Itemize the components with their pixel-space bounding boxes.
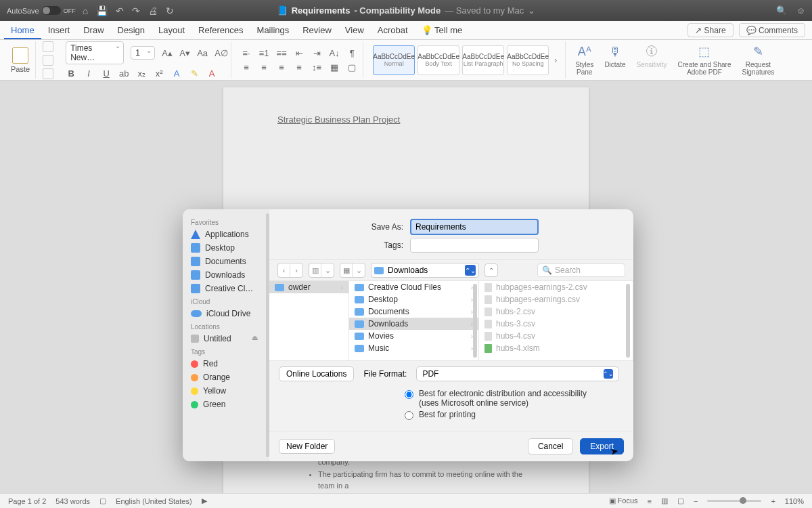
tab-tell-me[interactable]: 💡 Tell me	[415, 21, 470, 39]
file-item[interactable]: hubs-4.xlsm	[479, 342, 633, 354]
save-icon[interactable]: 💾	[96, 5, 108, 16]
spellcheck-icon[interactable]: ▢	[99, 496, 106, 505]
view-grid-icon[interactable]: ▦⌄	[340, 263, 365, 278]
align-center-icon[interactable]: ≡	[258, 62, 269, 72]
cut-icon[interactable]	[43, 41, 53, 52]
tab-draw[interactable]: Draw	[76, 21, 110, 39]
share-button[interactable]: ↗ Share	[687, 23, 733, 37]
tab-references[interactable]: References	[191, 21, 250, 39]
autosave-toggle[interactable]: AutoSave OFF	[7, 6, 76, 15]
multilevel-icon[interactable]: ≡≡	[276, 48, 287, 58]
folder-item[interactable]: Movies›	[349, 330, 478, 342]
align-left-icon[interactable]: ≡	[241, 62, 252, 72]
styles-more-icon[interactable]: ›	[551, 56, 560, 65]
finder-search[interactable]: 🔍 Search	[537, 263, 625, 277]
font-color-icon[interactable]: A	[206, 68, 217, 79]
text-effects-icon[interactable]: A	[171, 68, 182, 79]
folder-item[interactable]: Creative Cloud Files›	[349, 281, 478, 293]
sidebar-item-documents[interactable]: Documents	[183, 255, 269, 268]
styles-gallery[interactable]: AaBbCcDdEeNormalAaBbCcDdEeBody TextAaBbC…	[367, 41, 566, 79]
subscript-icon[interactable]: x₂	[136, 68, 147, 79]
focus-mode-button[interactable]: ▣ Focus	[609, 496, 638, 505]
redo-icon[interactable]: ↷	[132, 5, 140, 16]
bold-icon[interactable]: B	[66, 68, 76, 79]
page-status[interactable]: Page 1 of 2	[8, 497, 46, 505]
file-item[interactable]: hubs-3.csv	[479, 318, 633, 330]
export-button[interactable]: Export	[580, 438, 624, 454]
new-folder-button[interactable]: New Folder	[279, 439, 335, 454]
finder-columns[interactable]: owder› Creative Cloud Files›Desktop›Docu…	[269, 281, 633, 361]
tab-review[interactable]: Review	[296, 21, 338, 39]
sidebar-tag-green[interactable]: Green	[183, 398, 269, 411]
sync-icon[interactable]: ↻	[166, 5, 174, 16]
font-size-dropdown[interactable]: 1	[131, 46, 155, 60]
sidebar-item-untitled[interactable]: Untitled⏏	[183, 332, 269, 345]
tab-acrobat[interactable]: Acrobat	[371, 21, 415, 39]
clear-format-icon[interactable]: A∅	[215, 48, 225, 58]
change-case-icon[interactable]: Aa	[197, 48, 208, 58]
sidebar-tag-orange[interactable]: Orange	[183, 371, 269, 384]
justify-icon[interactable]: ≡	[294, 62, 304, 72]
align-right-icon[interactable]: ≡	[276, 62, 287, 72]
strike-icon[interactable]: ab	[118, 68, 129, 79]
shrink-font-icon[interactable]: A▾	[179, 48, 190, 58]
file-item[interactable]: hubpages-earnings-2.csv	[479, 281, 633, 293]
account-icon[interactable]: ☺	[796, 5, 805, 16]
view-print-icon[interactable]: ≡	[648, 497, 652, 505]
view-columns-icon[interactable]: ▥⌄	[309, 263, 334, 278]
folder-item[interactable]: Music›	[349, 342, 478, 354]
style-body-text[interactable]: AaBbCcDdEeBody Text	[418, 45, 459, 75]
file-format-dropdown[interactable]: PDF ⌃⌄	[416, 366, 619, 381]
search-icon[interactable]: 🔍	[776, 5, 787, 16]
italic-icon[interactable]: I	[83, 68, 94, 79]
sidebar-item-applications[interactable]: Applications	[183, 228, 269, 241]
pilcrow-icon[interactable]: ¶	[346, 48, 357, 58]
style-no-spacing[interactable]: AaBbCcDdEeNo Spacing	[507, 45, 549, 75]
location-dropdown[interactable]: Downloads ⌃⌄	[371, 263, 479, 278]
font-family-dropdown[interactable]: Times New…	[66, 41, 124, 64]
folder-item[interactable]: owder›	[269, 281, 348, 293]
format-painter-icon[interactable]	[43, 68, 53, 79]
tab-home[interactable]: Home	[4, 21, 41, 39]
line-spacing-icon[interactable]: ↕≡	[311, 62, 322, 72]
grow-font-icon[interactable]: A▴	[162, 48, 173, 58]
zoom-level[interactable]: 110%	[785, 497, 804, 505]
copy-icon[interactable]	[43, 55, 53, 66]
macro-icon[interactable]: ▶	[202, 496, 207, 505]
sort-icon[interactable]: A↓	[329, 48, 340, 58]
sidebar-tag-red[interactable]: Red	[183, 357, 269, 371]
tab-layout[interactable]: Layout	[152, 21, 191, 39]
nav-back-forward[interactable]: ‹›	[277, 263, 303, 278]
file-item[interactable]: hubpages-earnings.csv	[479, 293, 633, 305]
tab-insert[interactable]: Insert	[41, 21, 77, 39]
undo-icon[interactable]: ↶	[116, 5, 124, 16]
decrease-indent-icon[interactable]: ⇤	[294, 48, 304, 58]
collapse-button[interactable]: ⌃	[484, 263, 498, 277]
folder-item[interactable]: Downloads›	[349, 318, 478, 330]
file-item[interactable]: hubs-2.csv	[479, 305, 633, 318]
folder-item[interactable]: Desktop›	[349, 293, 478, 305]
comments-button[interactable]: 💬 Comments	[739, 23, 805, 37]
radio-electronic[interactable]: Best for electronic distribution and acc…	[405, 389, 624, 408]
sidebar-item-desktop[interactable]: Desktop	[183, 241, 269, 255]
zoom-slider[interactable]	[707, 500, 761, 502]
numbering-icon[interactable]: ≡1	[258, 48, 269, 58]
sidebar-item-creative-cl-[interactable]: Creative Cl…	[183, 282, 269, 295]
bullets-icon[interactable]: ≡·	[241, 48, 252, 58]
language-status[interactable]: English (United States)	[116, 497, 192, 505]
borders-icon[interactable]: ▢	[346, 62, 357, 72]
shading-icon[interactable]: ▦	[329, 62, 340, 72]
superscript-icon[interactable]: x²	[154, 68, 164, 79]
file-item[interactable]: hubs-4.csv	[479, 330, 633, 342]
paste-button[interactable]: Paste	[5, 41, 36, 79]
styles-button[interactable]: AᴬStylesPane	[570, 44, 599, 76]
folder-item[interactable]: Documents›	[349, 305, 478, 318]
online-locations-button[interactable]: Online Locations	[279, 366, 354, 381]
sidebar-item-downloads[interactable]: Downloads	[183, 268, 269, 282]
view-web-icon[interactable]: ▥	[661, 496, 668, 505]
highlight-icon[interactable]: ✎	[189, 68, 200, 79]
style-list-paragraph[interactable]: AaBbCcDdEeList Paragraph	[462, 45, 504, 75]
print-icon[interactable]: 🖨	[148, 5, 158, 16]
radio-printing[interactable]: Best for printing	[405, 410, 624, 420]
dictate-button[interactable]: 🎙Dictate	[599, 44, 631, 76]
